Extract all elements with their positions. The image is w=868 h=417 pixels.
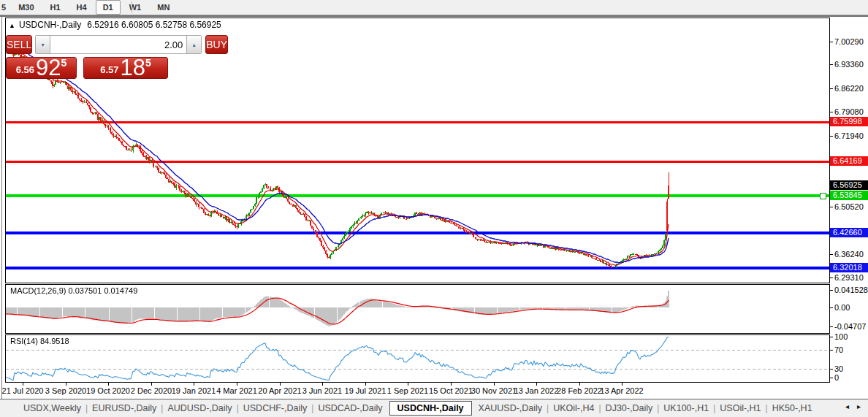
timeframe-button-h1[interactable]: H1 xyxy=(43,0,68,15)
volume-increase-button[interactable]: ▲ xyxy=(187,36,201,53)
trading-platform-window: 5M30H1H4D1W1MN ▲USDCNH-,Daily6.52916 6.6… xyxy=(0,0,868,417)
macd-axis-label: -0.04707 xyxy=(834,323,866,331)
time-axis-tick xyxy=(365,383,366,386)
one-click-trading-widget: SELL ▼ ▲ BUY 6.56925 6.57185 xyxy=(6,35,173,79)
time-axis-label: 15 Oct 2021 xyxy=(429,386,473,395)
volume-input[interactable] xyxy=(50,36,187,53)
price-axis-tick xyxy=(830,254,833,255)
price-axis-tick xyxy=(830,278,833,278)
collapse-arrow-icon[interactable]: ▲ xyxy=(9,22,15,29)
price-axis-label: 6.29310 xyxy=(834,274,864,282)
time-axis-tick xyxy=(622,383,623,386)
macd-axis-tick xyxy=(830,307,833,308)
timeframe-button-h4[interactable]: H4 xyxy=(69,0,94,15)
time-axis-tick xyxy=(536,383,537,386)
buy-price-box[interactable]: 6.57185 xyxy=(83,57,168,79)
time-axis-tick xyxy=(322,383,323,386)
timeframe-button-5[interactable]: 5 xyxy=(0,0,9,15)
volume-stepper: ▼ ▲ xyxy=(35,35,202,54)
tab-usdx-weekly[interactable]: USDX,Weekly xyxy=(19,403,85,413)
price-axis-label: 7.00290 xyxy=(834,38,864,46)
time-axis-label: 3 Sep 2020 xyxy=(45,386,86,395)
tab-usoil-h1[interactable]: USOil-,H1 xyxy=(715,403,765,413)
volume-decrease-button[interactable]: ▼ xyxy=(36,36,50,53)
time-axis-label: 2 Dec 2020 xyxy=(131,386,172,395)
timeframe-button-mn[interactable]: MN xyxy=(150,0,177,15)
buy-button[interactable]: BUY xyxy=(205,35,228,54)
time-axis-label: 1 Sep 2021 xyxy=(387,386,428,395)
time-axis-tick xyxy=(237,383,237,386)
tab-uk100-h1[interactable]: UK100-,H1 xyxy=(659,403,713,413)
price-axis-tick xyxy=(830,42,833,42)
chart-symbol-label: USDCNH-,Daily xyxy=(19,20,81,30)
buy-price-sup: 5 xyxy=(145,57,151,69)
price-axis-tick xyxy=(830,136,833,137)
chart-header: ▲USDCNH-,Daily6.52916 6.60805 6.52758 6.… xyxy=(9,20,221,30)
window-top-border xyxy=(0,15,868,17)
time-axis-label: 13 Jan 2022 xyxy=(514,386,559,395)
timeframe-button-d1[interactable]: D1 xyxy=(96,0,121,15)
sell-button[interactable]: SELL xyxy=(6,35,32,54)
macd-axis-label: 0.00 xyxy=(834,304,850,312)
time-axis-tick xyxy=(451,383,452,386)
tab-usdcnh-daily[interactable]: USDCNH-,Daily xyxy=(389,401,472,416)
toolbar-separator xyxy=(132,1,132,13)
rsi-canvas[interactable] xyxy=(6,335,829,382)
tab-usdcad-daily[interactable]: USDCAD-,Daily xyxy=(313,403,387,413)
buy-price-base: 6.57 xyxy=(100,64,118,75)
tab-ukoil-h4[interactable]: UKOil-,H4 xyxy=(549,403,598,413)
rsi-axis-label: 100 xyxy=(834,333,848,341)
price-axis-label: 6.93360 xyxy=(834,61,864,69)
time-axis-tick xyxy=(408,383,408,386)
time-axis-tick xyxy=(108,383,109,386)
time-axis-label: 19 Jul 2021 xyxy=(345,386,387,395)
time-axis-label: 3 Jun 2021 xyxy=(302,386,342,395)
price-axis-tick xyxy=(830,207,833,207)
time-axis-label: 20 Apr 2021 xyxy=(258,386,301,395)
tab-eurusd-daily[interactable]: EURUSD-,Daily xyxy=(88,403,161,413)
price-badge-6.64169: 6.64169 xyxy=(830,156,868,166)
price-axis-tick xyxy=(830,64,833,65)
rsi-axis-tick xyxy=(830,337,833,337)
sell-price-sup: 5 xyxy=(61,57,67,69)
time-axis-label: 21 Jul 2020 xyxy=(2,386,44,395)
price-badge-6.53845: 6.53845 xyxy=(830,191,868,200)
tab-audusd-daily[interactable]: AUDUSD-,Daily xyxy=(163,403,236,413)
rsi-axis-tick xyxy=(830,369,833,370)
time-axis-tick xyxy=(494,383,495,386)
price-badge-6.32018: 6.32018 xyxy=(830,263,868,272)
time-axis-tick xyxy=(194,383,194,386)
price-axis-tick xyxy=(830,112,833,112)
price-axis-label: 6.36240 xyxy=(834,250,864,259)
time-axis-tick xyxy=(151,383,152,386)
time-axis-label: 19 Jan 2021 xyxy=(172,386,216,395)
chart-tab-bar: USDX,Weekly|EURUSD-,Daily|AUDUSD-,Daily|… xyxy=(0,399,868,417)
time-axis-tick xyxy=(66,383,66,386)
price-axis-tick xyxy=(830,88,833,89)
tab-hk50-h1[interactable]: HK50-,H1 xyxy=(768,403,817,413)
time-axis-label: 30 Nov 2021 xyxy=(471,386,517,395)
macd-axis-label: 0.041528 xyxy=(834,286,868,294)
timeframe-button-w1[interactable]: W1 xyxy=(122,0,149,15)
tab-scroll-left-icon[interactable]: ◂ xyxy=(845,402,849,410)
price-badge-6.75998: 6.75998 xyxy=(830,117,868,126)
price-axis-label: 6.79080 xyxy=(834,108,864,116)
price-badge-6.56925: 6.56925 xyxy=(830,180,868,190)
rsi-indicator-label: RSI(14) 84.9518 xyxy=(10,337,69,345)
price-axis-label: 6.50520 xyxy=(834,203,864,211)
timeframe-button-m30[interactable]: M30 xyxy=(11,0,41,15)
time-axis-tick xyxy=(579,383,580,386)
tab-dj30-daily[interactable]: DJ30-,Daily xyxy=(601,403,658,413)
rsi-axis-tick xyxy=(830,378,833,378)
time-axis-label: 28 Feb 2022 xyxy=(557,386,602,395)
window-left-border xyxy=(1,17,2,399)
macd-axis-tick xyxy=(830,326,833,327)
macd-axis-tick xyxy=(830,290,833,291)
rsi-axis-label: 30 xyxy=(834,365,843,373)
sell-price-big: 92 xyxy=(36,58,61,77)
time-axis-label: 19 Oct 2020 xyxy=(86,386,130,395)
tab-scroll-right-icon[interactable]: ▸ xyxy=(857,402,861,410)
tab-xauusd-daily[interactable]: XAUUSD-,Daily xyxy=(474,403,547,413)
sell-price-box[interactable]: 6.56925 xyxy=(6,57,77,79)
tab-usdchf-daily[interactable]: USDCHF-,Daily xyxy=(239,403,312,413)
